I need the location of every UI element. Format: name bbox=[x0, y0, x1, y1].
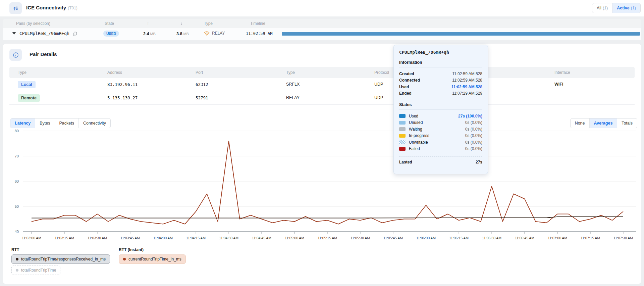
state-inprogress-row: In-progress0s (0.0%) bbox=[399, 133, 482, 139]
svg-text:11:04:15 AM: 11:04:15 AM bbox=[186, 236, 206, 240]
svg-text:11:05:15 AM: 11:05:15 AM bbox=[318, 236, 337, 240]
tooltip-connected-row: Connected11:02:59 AM.528 bbox=[399, 77, 482, 84]
state-failed-chip bbox=[399, 147, 406, 151]
top-bar: ICE Connectivity(T01) All(1) Active(1) bbox=[0, 0, 644, 16]
details-table-header: Type Address Port Type Protocol Interfac… bbox=[9, 67, 635, 78]
expand-caret-icon[interactable] bbox=[12, 32, 16, 35]
view-none-button[interactable]: None bbox=[571, 118, 590, 128]
remote-candidate-type: RELAY bbox=[286, 95, 300, 100]
svg-text:11:07:00 AM: 11:07:00 AM bbox=[548, 236, 567, 240]
svg-text:11:03:00 AM: 11:03:00 AM bbox=[22, 236, 41, 240]
svg-text:11:06:15 AM: 11:06:15 AM bbox=[449, 236, 469, 240]
state-unused-chip bbox=[399, 121, 406, 125]
col-detail-port: Port bbox=[196, 70, 203, 75]
svg-text:60: 60 bbox=[15, 179, 19, 183]
svg-text:11:07:15 AM: 11:07:15 AM bbox=[581, 236, 600, 240]
legend-dot-total-rtt-per-responses bbox=[16, 258, 18, 260]
state-inprogress-chip bbox=[399, 134, 406, 138]
local-port: 62312 bbox=[196, 82, 208, 87]
tooltip-pair-id: CPULMplReB_/96mR+qh bbox=[399, 50, 482, 55]
legend-item-total-rtt-per-responses[interactable]: totalRoundTripTime/responsesReceived_in_… bbox=[11, 254, 110, 264]
view-totals-button[interactable]: Totals bbox=[617, 118, 637, 128]
bytes-sent: 2.4MB bbox=[143, 32, 156, 36]
col-type: Type bbox=[204, 21, 213, 26]
state-failed-row: Failed0s (0.0%) bbox=[399, 146, 482, 152]
legend-group-rtt-instant: RTT (Instant) bbox=[119, 247, 144, 252]
remote-port: 52791 bbox=[196, 95, 208, 100]
local-address: 83.192.96.11 bbox=[107, 82, 138, 87]
tooltip-used-row: Used11:02:59 AM.528 bbox=[399, 84, 482, 90]
pair-hover-tooltip: CPULMplReB_/96mR+qh Information Created1… bbox=[393, 45, 488, 174]
local-candidate-row: Local 83.192.96.11 62312 SRFLX UDP WIFI bbox=[9, 78, 635, 91]
filter-all-button[interactable]: All(1) bbox=[592, 3, 612, 13]
svg-text:11:07:30 AM: 11:07:30 AM bbox=[613, 236, 633, 240]
ice-connectivity-panel: ICE Connectivity(T01) All(1) Active(1) P… bbox=[0, 0, 644, 286]
sort-arrows-icon bbox=[9, 2, 22, 14]
state-unwritable-row: Unwritable0s (0.0%) bbox=[399, 139, 482, 146]
svg-text:70: 70 bbox=[15, 154, 19, 158]
svg-text:11:05:00 AM: 11:05:00 AM bbox=[285, 236, 304, 240]
legend-item-current-rtt[interactable]: currentRoundTripTime_in_ms bbox=[119, 254, 186, 264]
remote-interface: - bbox=[554, 95, 556, 100]
pair-filter-toggle: All(1) Active(1) bbox=[592, 3, 641, 13]
remote-badge: Remote bbox=[18, 94, 40, 102]
pairs-table-header: Pairs (by selection) State ↑ ↓ Type Time… bbox=[3, 19, 641, 28]
tab-latency[interactable]: Latency bbox=[10, 118, 35, 128]
col-download-icon: ↓ bbox=[180, 21, 182, 26]
svg-text:11:05:30 AM: 11:05:30 AM bbox=[351, 236, 370, 240]
page-title: ICE Connectivity(T01) bbox=[26, 5, 77, 10]
view-averages-button[interactable]: Averages bbox=[590, 118, 618, 128]
wifi-icon bbox=[204, 31, 210, 36]
svg-text:11:04:30 AM: 11:04:30 AM bbox=[219, 236, 238, 240]
col-pairs: Pairs (by selection) bbox=[16, 21, 50, 26]
tab-bytes[interactable]: Bytes bbox=[35, 118, 55, 128]
col-detail-protocol: Protocol bbox=[374, 70, 389, 75]
col-detail-type: Type bbox=[18, 70, 26, 75]
tooltip-states-heading: States bbox=[399, 102, 482, 110]
svg-text:11:03:45 AM: 11:03:45 AM bbox=[120, 236, 140, 240]
svg-text:11:04:45 AM: 11:04:45 AM bbox=[252, 236, 271, 240]
legend-dot-current-rtt bbox=[123, 258, 126, 260]
svg-text:11:06:00 AM: 11:06:00 AM bbox=[416, 236, 436, 240]
tooltip-ended-row: Ended11:07:29 AM.529 bbox=[399, 90, 482, 97]
svg-text:11:05:45 AM: 11:05:45 AM bbox=[383, 236, 403, 240]
legend-group-rtt: RTT bbox=[11, 247, 19, 252]
col-state: State bbox=[105, 21, 114, 26]
col-detail-candidate-type: Type bbox=[286, 70, 295, 75]
legend-item-total-rtt[interactable]: totalRoundTripTime bbox=[11, 266, 60, 275]
info-icon bbox=[9, 49, 22, 61]
page-subtitle: (T01) bbox=[68, 6, 77, 10]
local-interface: WIFI bbox=[554, 82, 563, 87]
local-candidate-type: SRFLX bbox=[286, 82, 300, 87]
chart-tabs: Latency Bytes Packets Connectivity bbox=[10, 118, 111, 128]
svg-text:11:03:30 AM: 11:03:30 AM bbox=[88, 236, 107, 240]
svg-text:50: 50 bbox=[15, 204, 19, 208]
aggregate-toggle: None Averages Totals bbox=[570, 118, 637, 128]
svg-text:11:04:00 AM: 11:04:00 AM bbox=[153, 236, 173, 240]
tooltip-created-row: Created11:02:59 AM.528 bbox=[399, 70, 482, 77]
local-protocol: UDP bbox=[374, 82, 383, 87]
local-badge: Local bbox=[18, 81, 36, 88]
pair-timeline-bar[interactable] bbox=[282, 32, 640, 36]
candidate-type-label: RELAY bbox=[212, 31, 225, 36]
pair-id: CPULMplReB_/96mR+qh bbox=[19, 31, 69, 36]
tab-connectivity[interactable]: Connectivity bbox=[79, 118, 110, 128]
tab-packets[interactable]: Packets bbox=[55, 118, 79, 128]
state-unwritable-chip bbox=[399, 140, 406, 144]
state-used-chip bbox=[399, 114, 406, 118]
bytes-received: 3.8MB bbox=[176, 32, 189, 36]
copy-icon[interactable] bbox=[72, 32, 77, 36]
state-used-row: Used27s (100.0%) bbox=[399, 113, 482, 120]
svg-text:11:06:30 AM: 11:06:30 AM bbox=[482, 236, 501, 240]
col-timeline: Timeline bbox=[250, 21, 265, 26]
pair-row[interactable]: CPULMplReB_/96mR+qh USED 2.4MB 3.8MB REL… bbox=[3, 28, 641, 40]
filter-active-button[interactable]: Active(1) bbox=[612, 3, 640, 13]
legend-dot-total-rtt bbox=[16, 269, 18, 272]
tooltip-information-heading: Information bbox=[399, 60, 482, 67]
state-unused-row: Unused0s (0.0%) bbox=[399, 120, 482, 126]
tooltip-lasted-row: Lasted27s bbox=[399, 156, 482, 164]
pair-start-time: 11:02:59 AM bbox=[246, 31, 272, 36]
latency-chart[interactable]: 405060708011:03:00 AM11:03:15 AM11:03:30… bbox=[0, 129, 644, 243]
col-detail-address: Address bbox=[107, 70, 122, 75]
remote-address: 5.135.139.27 bbox=[107, 95, 138, 100]
